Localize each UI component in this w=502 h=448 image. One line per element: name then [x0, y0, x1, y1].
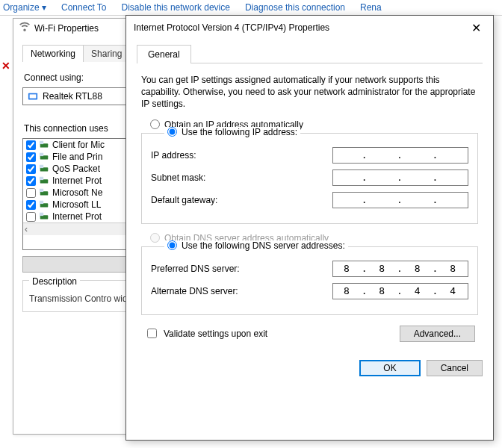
- description-label: Description: [29, 276, 80, 287]
- adapter-name: Realtek RTL88: [43, 91, 102, 102]
- component-icon: [39, 152, 49, 162]
- list-item-checkbox[interactable]: [26, 200, 36, 210]
- svg-rect-5: [40, 153, 43, 156]
- component-icon: [39, 211, 49, 222]
- dialog-button-row: OK Cancel: [126, 352, 493, 384]
- list-item-label: QoS Packet: [52, 164, 100, 174]
- gateway-input[interactable]: ...: [332, 192, 468, 208]
- ipv4-description: You can get IP settings assigned automat…: [141, 74, 478, 111]
- list-item-checkbox[interactable]: [26, 188, 36, 198]
- svg-rect-7: [40, 165, 43, 168]
- component-icon: [39, 140, 49, 150]
- ipv4-properties-dialog: Internet Protocol Version 4 (TCP/IPv4) P…: [126, 15, 494, 441]
- preferred-dns-input[interactable]: 8. 8. 8. 8: [332, 261, 468, 277]
- wifi-title-text: Wi-Fi Properties: [34, 19, 99, 38]
- list-item-label: Microsoft Ne: [52, 187, 102, 198]
- cancel-button[interactable]: Cancel: [427, 360, 483, 376]
- component-icon: [39, 164, 49, 174]
- list-item-checkbox[interactable]: [26, 152, 36, 162]
- list-item-checkbox[interactable]: [26, 176, 36, 186]
- svg-rect-1: [30, 94, 37, 98]
- ipv4-titlebar: Internet Protocol Version 4 (TCP/IPv4) P…: [126, 16, 493, 40]
- ipv4-tabstrip: General: [137, 44, 483, 63]
- radio-ip-manual-label: Use the following IP address:: [182, 127, 297, 137]
- svg-rect-3: [40, 141, 43, 144]
- list-item-label: File and Prin: [52, 152, 102, 162]
- tab-sharing[interactable]: Sharing: [83, 45, 130, 62]
- svg-rect-11: [40, 189, 43, 192]
- menu-organize[interactable]: Organize ▾: [3, 0, 46, 15]
- tab-networking[interactable]: Networking: [22, 45, 84, 62]
- preferred-dns-label: Preferred DNS server:: [151, 264, 240, 274]
- list-item-label: Microsoft LL: [52, 199, 101, 210]
- ipv4-title-text: Internet Protocol Version 4 (TCP/IPv4) P…: [134, 22, 329, 33]
- tab-general[interactable]: General: [137, 45, 191, 63]
- close-icon[interactable]: ✕: [467, 19, 486, 37]
- svg-rect-15: [40, 213, 43, 216]
- gateway-label: Default gateway:: [151, 195, 217, 205]
- component-icon: [39, 175, 49, 186]
- list-item-label: Internet Prot: [52, 211, 102, 222]
- svg-rect-13: [40, 201, 43, 204]
- alternate-dns-input[interactable]: 8. 8. 4. 4: [332, 283, 468, 299]
- validate-label: Validate settings upon exit: [164, 329, 267, 339]
- radio-dns-manual-label: Use the following DNS server addresses:: [182, 240, 345, 251]
- radio-ip-auto-input[interactable]: [150, 119, 160, 129]
- ip-address-input[interactable]: ...: [332, 147, 468, 164]
- component-icon: [39, 199, 49, 210]
- component-icon: [39, 187, 49, 198]
- radio-dns-auto-input: [150, 233, 160, 243]
- list-item-checkbox[interactable]: [26, 212, 36, 222]
- list-item-checkbox[interactable]: [26, 164, 36, 174]
- advanced-button[interactable]: Advanced...: [400, 326, 475, 342]
- scroll-left-icon[interactable]: ‹: [25, 224, 28, 234]
- menu-rename[interactable]: Rena: [360, 0, 382, 15]
- menu-diagnose[interactable]: Diagnose this connection: [245, 0, 345, 15]
- list-item-label: Client for Mic: [52, 140, 105, 150]
- ok-button[interactable]: OK: [359, 360, 420, 376]
- subnet-label: Subnet mask:: [151, 172, 205, 183]
- svg-rect-9: [40, 177, 43, 180]
- subnet-input[interactable]: ...: [332, 169, 468, 186]
- radio-ip-manual-input[interactable]: [167, 127, 177, 137]
- validate-checkbox[interactable]: [147, 329, 157, 338]
- ip-fieldset: Use the following IP address: IP address…: [141, 133, 478, 224]
- radio-dns-manual-input[interactable]: [167, 240, 177, 250]
- wifi-icon: [19, 19, 30, 38]
- list-item-label: Internet Prot: [52, 175, 102, 186]
- list-item-checkbox[interactable]: [26, 140, 36, 150]
- toolbar: Organize ▾ Connect To Disable this netwo…: [0, 0, 502, 16]
- validate-checkbox-row[interactable]: Validate settings upon exit: [144, 326, 267, 340]
- ip-address-label: IP address:: [151, 150, 196, 161]
- dns-fieldset: Use the following DNS server addresses: …: [141, 246, 478, 315]
- error-x-icon: ✕: [1, 60, 10, 72]
- alternate-dns-label: Alternate DNS server:: [151, 286, 238, 296]
- menu-disable[interactable]: Disable this network device: [122, 0, 230, 15]
- network-adapter-icon: [28, 91, 38, 102]
- menu-connect-to[interactable]: Connect To: [61, 0, 107, 15]
